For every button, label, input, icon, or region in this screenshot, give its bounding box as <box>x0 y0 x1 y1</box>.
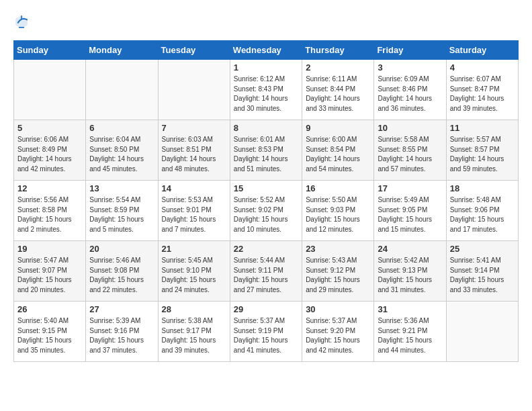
calendar-cell: 9Sunrise: 6:00 AM Sunset: 8:54 PM Daylig… <box>302 120 374 181</box>
calendar-cell: 16Sunrise: 5:50 AM Sunset: 9:03 PM Dayli… <box>302 181 374 241</box>
weekday-sunday: Sunday <box>14 41 86 60</box>
day-info: Sunrise: 5:43 AM Sunset: 9:12 PM Dayligh… <box>306 256 370 295</box>
day-info: Sunrise: 6:01 AM Sunset: 8:53 PM Dayligh… <box>234 135 298 174</box>
day-info: Sunrise: 5:52 AM Sunset: 9:02 PM Dayligh… <box>234 195 298 234</box>
calendar-table: SundayMondayTuesdayWednesdayThursdayFrid… <box>13 40 519 362</box>
calendar-cell: 31Sunrise: 5:36 AM Sunset: 9:21 PM Dayli… <box>374 302 446 362</box>
day-info: Sunrise: 5:56 AM Sunset: 8:58 PM Dayligh… <box>17 195 82 234</box>
day-info: Sunrise: 5:50 AM Sunset: 9:03 PM Dayligh… <box>306 195 370 234</box>
calendar-cell: 20Sunrise: 5:46 AM Sunset: 9:08 PM Dayli… <box>86 241 158 302</box>
day-info: Sunrise: 5:53 AM Sunset: 9:01 PM Dayligh… <box>162 195 226 234</box>
day-info: Sunrise: 5:58 AM Sunset: 8:55 PM Dayligh… <box>378 135 442 174</box>
calendar-cell: 27Sunrise: 5:39 AM Sunset: 9:16 PM Dayli… <box>86 302 158 362</box>
calendar-cell: 2Sunrise: 6:11 AM Sunset: 8:44 PM Daylig… <box>302 60 374 120</box>
weekday-friday: Friday <box>374 41 446 60</box>
day-number: 30 <box>306 304 370 314</box>
calendar-cell: 6Sunrise: 6:04 AM Sunset: 8:50 PM Daylig… <box>86 120 158 181</box>
calendar-cell: 22Sunrise: 5:44 AM Sunset: 9:11 PM Dayli… <box>230 241 302 302</box>
calendar-cell: 15Sunrise: 5:52 AM Sunset: 9:02 PM Dayli… <box>230 181 302 241</box>
day-info: Sunrise: 5:42 AM Sunset: 9:13 PM Dayligh… <box>378 256 442 295</box>
weekday-header-row: SundayMondayTuesdayWednesdayThursdayFrid… <box>14 41 519 60</box>
day-info: Sunrise: 5:37 AM Sunset: 9:20 PM Dayligh… <box>306 316 370 355</box>
weekday-tuesday: Tuesday <box>158 41 230 60</box>
logo <box>13 13 32 30</box>
calendar-cell: 28Sunrise: 5:38 AM Sunset: 9:17 PM Dayli… <box>158 302 230 362</box>
calendar-body: 1Sunrise: 6:12 AM Sunset: 8:43 PM Daylig… <box>14 60 519 362</box>
calendar-cell: 4Sunrise: 6:07 AM Sunset: 8:47 PM Daylig… <box>446 60 518 120</box>
day-info: Sunrise: 5:48 AM Sunset: 9:06 PM Dayligh… <box>450 195 515 234</box>
day-number: 24 <box>378 244 442 254</box>
day-info: Sunrise: 5:36 AM Sunset: 9:21 PM Dayligh… <box>378 316 442 355</box>
day-number: 1 <box>234 62 298 73</box>
calendar-cell: 21Sunrise: 5:45 AM Sunset: 9:10 PM Dayli… <box>158 241 230 302</box>
day-number: 29 <box>234 304 298 314</box>
day-info: Sunrise: 6:09 AM Sunset: 8:46 PM Dayligh… <box>378 75 442 113</box>
day-info: Sunrise: 5:49 AM Sunset: 9:05 PM Dayligh… <box>378 195 442 234</box>
day-number: 19 <box>17 244 82 254</box>
day-number: 27 <box>89 304 154 314</box>
day-info: Sunrise: 5:46 AM Sunset: 9:08 PM Dayligh… <box>89 256 154 295</box>
day-info: Sunrise: 6:12 AM Sunset: 8:43 PM Dayligh… <box>234 75 298 113</box>
day-info: Sunrise: 6:07 AM Sunset: 8:47 PM Dayligh… <box>450 75 515 113</box>
calendar-cell: 5Sunrise: 6:06 AM Sunset: 8:49 PM Daylig… <box>14 120 86 181</box>
calendar-cell: 8Sunrise: 6:01 AM Sunset: 8:53 PM Daylig… <box>230 120 302 181</box>
day-number: 17 <box>378 183 442 193</box>
calendar-cell <box>158 60 230 120</box>
calendar-cell: 26Sunrise: 5:40 AM Sunset: 9:15 PM Dayli… <box>14 302 86 362</box>
day-info: Sunrise: 6:06 AM Sunset: 8:49 PM Dayligh… <box>17 135 82 174</box>
weekday-wednesday: Wednesday <box>230 41 302 60</box>
calendar-cell: 29Sunrise: 5:37 AM Sunset: 9:19 PM Dayli… <box>230 302 302 362</box>
calendar-cell: 30Sunrise: 5:37 AM Sunset: 9:20 PM Dayli… <box>302 302 374 362</box>
day-info: Sunrise: 5:47 AM Sunset: 9:07 PM Dayligh… <box>17 256 82 295</box>
day-number: 16 <box>306 183 370 193</box>
logo-icon <box>13 13 30 30</box>
weekday-saturday: Saturday <box>446 41 518 60</box>
day-number: 23 <box>306 244 370 254</box>
day-info: Sunrise: 5:41 AM Sunset: 9:14 PM Dayligh… <box>450 256 515 295</box>
day-number: 12 <box>17 183 82 193</box>
day-number: 21 <box>162 244 226 254</box>
day-number: 6 <box>89 123 154 133</box>
page-header <box>13 13 519 30</box>
day-number: 25 <box>450 244 515 254</box>
calendar-cell: 23Sunrise: 5:43 AM Sunset: 9:12 PM Dayli… <box>302 241 374 302</box>
day-info: Sunrise: 6:03 AM Sunset: 8:51 PM Dayligh… <box>162 135 226 174</box>
day-info: Sunrise: 5:37 AM Sunset: 9:19 PM Dayligh… <box>234 316 298 355</box>
calendar-cell: 11Sunrise: 5:57 AM Sunset: 8:57 PM Dayli… <box>446 120 518 181</box>
calendar-cell: 10Sunrise: 5:58 AM Sunset: 8:55 PM Dayli… <box>374 120 446 181</box>
day-number: 20 <box>89 244 154 254</box>
calendar-cell: 17Sunrise: 5:49 AM Sunset: 9:05 PM Dayli… <box>374 181 446 241</box>
day-info: Sunrise: 5:38 AM Sunset: 9:17 PM Dayligh… <box>162 316 226 355</box>
calendar-cell: 1Sunrise: 6:12 AM Sunset: 8:43 PM Daylig… <box>230 60 302 120</box>
day-number: 2 <box>306 62 370 73</box>
day-info: Sunrise: 5:39 AM Sunset: 9:16 PM Dayligh… <box>89 316 154 355</box>
day-info: Sunrise: 6:11 AM Sunset: 8:44 PM Dayligh… <box>306 75 370 113</box>
day-number: 4 <box>450 62 515 73</box>
week-row-1: 1Sunrise: 6:12 AM Sunset: 8:43 PM Daylig… <box>14 60 519 120</box>
calendar-cell: 18Sunrise: 5:48 AM Sunset: 9:06 PM Dayli… <box>446 181 518 241</box>
day-number: 5 <box>17 123 82 133</box>
day-number: 13 <box>89 183 154 193</box>
day-info: Sunrise: 5:54 AM Sunset: 8:59 PM Dayligh… <box>89 195 154 234</box>
calendar-cell: 7Sunrise: 6:03 AM Sunset: 8:51 PM Daylig… <box>158 120 230 181</box>
day-number: 14 <box>162 183 226 193</box>
calendar-cell <box>86 60 158 120</box>
day-number: 9 <box>306 123 370 133</box>
day-info: Sunrise: 5:57 AM Sunset: 8:57 PM Dayligh… <box>450 135 515 174</box>
day-info: Sunrise: 6:00 AM Sunset: 8:54 PM Dayligh… <box>306 135 370 174</box>
week-row-5: 26Sunrise: 5:40 AM Sunset: 9:15 PM Dayli… <box>14 302 519 362</box>
day-info: Sunrise: 6:04 AM Sunset: 8:50 PM Dayligh… <box>89 135 154 174</box>
calendar-cell <box>14 60 86 120</box>
weekday-thursday: Thursday <box>302 41 374 60</box>
day-number: 31 <box>378 304 442 314</box>
day-info: Sunrise: 5:40 AM Sunset: 9:15 PM Dayligh… <box>17 316 82 355</box>
calendar-cell: 25Sunrise: 5:41 AM Sunset: 9:14 PM Dayli… <box>446 241 518 302</box>
weekday-monday: Monday <box>86 41 158 60</box>
day-number: 10 <box>378 123 442 133</box>
day-number: 11 <box>450 123 515 133</box>
day-number: 3 <box>378 62 442 73</box>
calendar-cell: 13Sunrise: 5:54 AM Sunset: 8:59 PM Dayli… <box>86 181 158 241</box>
calendar-cell: 14Sunrise: 5:53 AM Sunset: 9:01 PM Dayli… <box>158 181 230 241</box>
day-number: 22 <box>234 244 298 254</box>
day-number: 8 <box>234 123 298 133</box>
